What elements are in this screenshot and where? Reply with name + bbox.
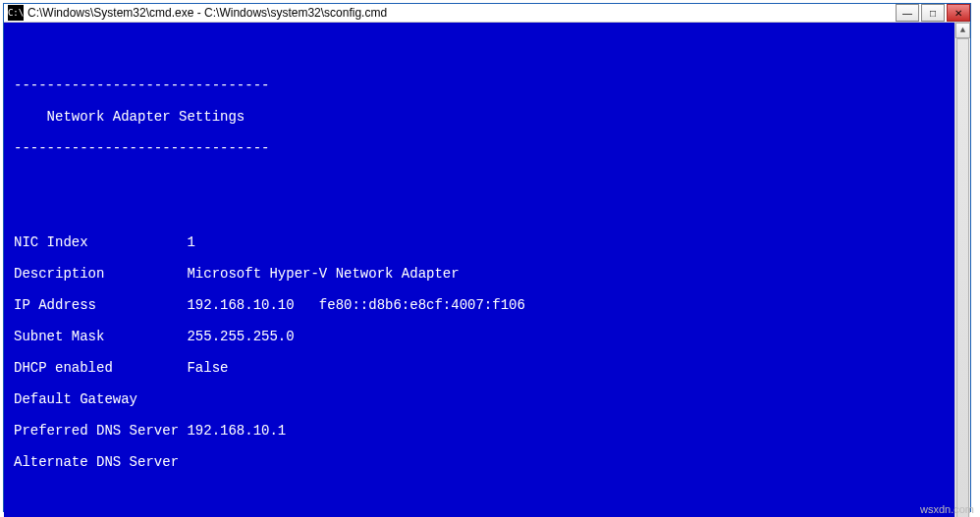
field-default-gateway: Default Gateway — [14, 391, 945, 407]
section-title: Network Adapter Settings — [14, 109, 945, 125]
minimize-button[interactable]: — — [896, 4, 919, 22]
scroll-up-button[interactable]: ▲ — [955, 23, 970, 38]
console-output[interactable]: ------------------------------- Network … — [4, 23, 954, 517]
window-controls: — □ ✕ — [894, 4, 970, 22]
field-alternate-dns: Alternate DNS Server — [14, 454, 945, 470]
field-description: DescriptionMicrosoft Hyper-V Network Ada… — [14, 266, 945, 282]
vertical-scrollbar[interactable]: ▲ ▼ — [954, 23, 970, 517]
window-title: C:\Windows\System32\cmd.exe - C:\Windows… — [27, 6, 894, 20]
watermark-text: wsxdn.com — [920, 503, 974, 515]
maximize-button[interactable]: □ — [921, 4, 945, 22]
close-button[interactable]: ✕ — [947, 4, 970, 22]
field-ip-address: IP Address192.168.10.10 fe80::d8b6:e8cf:… — [14, 297, 945, 313]
scroll-track[interactable] — [955, 38, 970, 517]
field-preferred-dns: Preferred DNS Server192.168.10.1 — [14, 423, 945, 439]
cmd-window: C:\ C:\Windows\System32\cmd.exe - C:\Win… — [3, 3, 971, 512]
field-nic-index: NIC Index1 — [14, 234, 945, 250]
field-subnet-mask: Subnet Mask255.255.255.0 — [14, 329, 945, 344]
scroll-thumb[interactable] — [956, 38, 969, 517]
client-area: ------------------------------- Network … — [4, 23, 970, 517]
section-rule-top: ------------------------------- — [14, 78, 945, 93]
field-dhcp-enabled: DHCP enabledFalse — [14, 360, 945, 376]
cmd-icon: C:\ — [8, 5, 24, 21]
titlebar[interactable]: C:\ C:\Windows\System32\cmd.exe - C:\Win… — [4, 4, 970, 23]
section-rule-bottom: ------------------------------- — [14, 140, 945, 156]
